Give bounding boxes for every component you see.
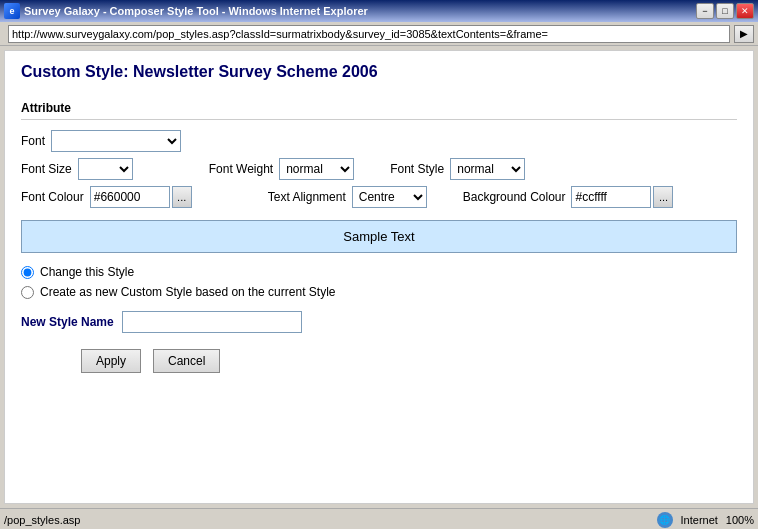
font-weight-label: Font Weight — [209, 162, 273, 176]
background-colour-wrap: ... — [571, 186, 673, 208]
status-zone: Internet — [681, 514, 718, 526]
font-colour-wrap: ... — [90, 186, 192, 208]
internet-icon: 🌐 — [657, 512, 673, 528]
create-style-row: Create as new Custom Style based on the … — [21, 285, 737, 299]
change-style-row: Change this Style — [21, 265, 737, 279]
title-bar-left: e Survey Galaxy - Composer Style Tool - … — [4, 3, 368, 19]
font-cell: Font Arial Times New Roman Verdana — [21, 130, 181, 152]
background-colour-cell: Background Colour ... — [463, 186, 674, 208]
font-label: Font — [21, 134, 45, 148]
cancel-button[interactable]: Cancel — [153, 349, 220, 373]
font-size-label: Font Size — [21, 162, 72, 176]
close-button[interactable]: ✕ — [736, 3, 754, 19]
font-size-cell: Font Size 8 10 12 14 16 — [21, 158, 133, 180]
background-colour-input[interactable] — [571, 186, 651, 208]
address-bar: ▶ — [0, 22, 758, 46]
sample-text-box: Sample Text — [21, 220, 737, 253]
font-colour-cell: Font Colour ... — [21, 186, 192, 208]
main-content: Custom Style: Newsletter Survey Scheme 2… — [4, 50, 754, 504]
text-alignment-cell: Text Alignment Left Centre Right Justify — [268, 186, 427, 208]
change-style-radio[interactable] — [21, 266, 34, 279]
background-colour-picker-button[interactable]: ... — [653, 186, 673, 208]
new-style-name-label: New Style Name — [21, 315, 114, 329]
font-colour-label: Font Colour — [21, 190, 84, 204]
font-style-select[interactable]: normal italic oblique — [450, 158, 525, 180]
create-style-label: Create as new Custom Style based on the … — [40, 285, 335, 299]
font-size-select[interactable]: 8 10 12 14 16 — [78, 158, 133, 180]
ie-icon: e — [4, 3, 20, 19]
colour-row: Font Colour ... Text Alignment Left Cent… — [21, 186, 737, 208]
title-bar-buttons: − □ ✕ — [696, 3, 754, 19]
font-weight-cell: Font Weight normal bold bolder lighter — [209, 158, 354, 180]
status-bar: /pop_styles.asp 🌐 Internet 100% — [0, 508, 758, 529]
button-row: Apply Cancel — [21, 349, 737, 373]
status-url: /pop_styles.asp — [4, 514, 80, 526]
font-colour-input[interactable] — [90, 186, 170, 208]
font-weight-select[interactable]: normal bold bolder lighter — [279, 158, 354, 180]
text-alignment-select[interactable]: Left Centre Right Justify — [352, 186, 427, 208]
font-style-label: Font Style — [390, 162, 444, 176]
new-style-name-input[interactable] — [122, 311, 302, 333]
address-input[interactable] — [8, 25, 730, 43]
status-right: 🌐 Internet 100% — [657, 512, 754, 528]
go-button[interactable]: ▶ — [734, 25, 754, 43]
apply-button[interactable]: Apply — [81, 349, 141, 373]
font-row: Font Arial Times New Roman Verdana — [21, 130, 737, 152]
attribute-header: Attribute — [21, 101, 737, 120]
create-style-radio[interactable] — [21, 286, 34, 299]
font-select[interactable]: Arial Times New Roman Verdana — [51, 130, 181, 152]
status-zoom: 100% — [726, 514, 754, 526]
maximize-button[interactable]: □ — [716, 3, 734, 19]
background-colour-label: Background Colour — [463, 190, 566, 204]
text-alignment-label: Text Alignment — [268, 190, 346, 204]
title-bar: e Survey Galaxy - Composer Style Tool - … — [0, 0, 758, 22]
font-style-cell: Font Style normal italic oblique — [390, 158, 525, 180]
change-style-label: Change this Style — [40, 265, 134, 279]
font-colour-picker-button[interactable]: ... — [172, 186, 192, 208]
radio-section: Change this Style Create as new Custom S… — [21, 265, 737, 299]
page-title: Custom Style: Newsletter Survey Scheme 2… — [21, 63, 737, 81]
new-style-name-row: New Style Name — [21, 311, 737, 333]
minimize-button[interactable]: − — [696, 3, 714, 19]
window-title: Survey Galaxy - Composer Style Tool - Wi… — [24, 5, 368, 17]
font-attributes-row: Font Size 8 10 12 14 16 Font Weight norm… — [21, 158, 737, 180]
